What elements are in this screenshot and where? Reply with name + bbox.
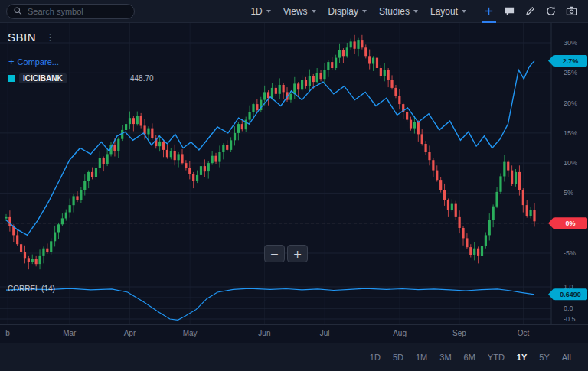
symbol-search[interactable]: [6, 4, 135, 19]
comparison-symbol-value: 448.70: [130, 74, 154, 83]
candlestick-series: [5, 35, 535, 269]
studies-menu-label: Studies: [379, 6, 410, 17]
comparison-legend[interactable]: ICICIBANK 448.70: [8, 72, 207, 84]
svg-text:2.7%: 2.7%: [563, 57, 579, 65]
chevron-down-icon: [413, 10, 418, 13]
comparison-symbol-name: ICICIBANK: [19, 73, 67, 83]
series-color-swatch: [8, 75, 15, 82]
search-icon: [13, 6, 23, 16]
layout-menu[interactable]: Layout: [424, 0, 472, 23]
views-menu-label: Views: [283, 6, 308, 17]
time-axis-label: May: [183, 329, 198, 337]
range-button-5D[interactable]: 5D: [387, 350, 410, 364]
time-axis-label: b: [5, 329, 10, 337]
indicator-panel[interactable]: 1.00.50.0-0.50.6490 CORREL (14): [0, 282, 588, 324]
svg-text:-0.5: -0.5: [564, 315, 576, 323]
display-menu-label: Display: [328, 6, 358, 17]
range-button-1M[interactable]: 1M: [410, 350, 433, 364]
studies-menu[interactable]: Studies: [373, 0, 424, 23]
symbol-title: SBIN: [8, 31, 36, 44]
top-toolbar: 1D Views Display Studies Layout: [0, 0, 588, 23]
comment-icon: [504, 5, 515, 17]
toolbar-tools: [479, 0, 582, 23]
range-selector: 1D5D1M3M6MYTD1Y5YAll: [364, 350, 577, 364]
snapshot-button[interactable]: [561, 0, 582, 23]
time-axis-label: Jul: [320, 329, 330, 337]
time-axis-label: Apr: [124, 329, 136, 337]
svg-text:0.0: 0.0: [564, 304, 573, 312]
chevron-down-icon: [266, 10, 271, 13]
range-button-All[interactable]: All: [556, 350, 577, 364]
interval-menu-label: 1D: [250, 6, 262, 17]
chevron-down-icon: [312, 10, 316, 13]
comment-button[interactable]: [499, 0, 520, 23]
pencil-icon: [524, 5, 536, 17]
bottom-toolbar: 1D5D1M3M6MYTD1Y5YAll: [0, 343, 588, 371]
add-chart-button[interactable]: [479, 0, 499, 23]
price-chart[interactable]: 30%25%20%15%10%5%0%-5%2.7%0%: [0, 23, 588, 282]
zoom-controls: − +: [264, 245, 308, 262]
refresh-icon: [545, 5, 557, 17]
indicator-chart[interactable]: 1.00.50.0-0.50.6490: [0, 282, 588, 325]
range-button-1D[interactable]: 1D: [364, 350, 387, 364]
chevron-down-icon: [362, 10, 367, 13]
range-button-YTD[interactable]: YTD: [482, 350, 511, 364]
interval-menu[interactable]: 1D: [244, 0, 276, 23]
views-menu[interactable]: Views: [277, 0, 322, 23]
time-axis-label: Mar: [63, 329, 76, 337]
compare-label: Compare...: [18, 57, 59, 67]
svg-text:-5%: -5%: [564, 249, 576, 257]
zoom-in-button[interactable]: +: [287, 245, 308, 262]
correl-line: [6, 288, 534, 320]
camera-icon: [566, 5, 577, 17]
indicator-label[interactable]: CORREL (14): [8, 285, 55, 293]
axis-price-label: 0.6490: [548, 288, 587, 300]
svg-text:10%: 10%: [564, 159, 577, 167]
display-menu[interactable]: Display: [322, 0, 373, 23]
chevron-down-icon: [462, 10, 466, 13]
symbol-header: SBIN ⋮: [8, 31, 55, 44]
time-axis-label: Oct: [518, 329, 530, 337]
axis-price-label: 0%: [548, 217, 587, 229]
time-axis-label: Sep: [452, 329, 466, 337]
toolbar-menus: 1D Views Display Studies Layout: [244, 0, 472, 23]
layout-menu-label: Layout: [430, 6, 458, 17]
symbol-menu-button[interactable]: ⋮: [45, 31, 55, 43]
zoom-out-button[interactable]: −: [264, 245, 285, 262]
range-button-3M[interactable]: 3M: [433, 350, 457, 364]
refresh-button[interactable]: [541, 0, 561, 23]
search-input[interactable]: [28, 7, 128, 16]
plus-icon: [483, 5, 495, 17]
svg-text:20%: 20%: [564, 99, 577, 107]
svg-text:30%: 30%: [564, 39, 577, 47]
main-chart-panel[interactable]: 30%25%20%15%10%5%0%-5%2.7%0% SBIN ⋮ + Co…: [0, 23, 588, 282]
compare-button[interactable]: + Compare...: [8, 57, 59, 67]
axis-price-label: 2.7%: [548, 55, 587, 67]
time-axis-label: Jun: [258, 329, 270, 337]
svg-text:0%: 0%: [565, 220, 575, 227]
plus-icon: +: [8, 57, 15, 67]
range-button-6M[interactable]: 6M: [458, 350, 482, 364]
svg-text:15%: 15%: [564, 129, 577, 137]
svg-text:25%: 25%: [564, 69, 577, 76]
time-axis-label: Aug: [393, 329, 407, 337]
svg-text:5%: 5%: [564, 189, 573, 197]
range-button-5Y[interactable]: 5Y: [533, 350, 555, 364]
svg-text:0.6490: 0.6490: [560, 291, 581, 298]
trading-chart-app: 1D Views Display Studies Layout: [0, 0, 588, 371]
draw-button[interactable]: [520, 0, 541, 23]
range-button-1Y[interactable]: 1Y: [511, 350, 533, 364]
time-axis[interactable]: bMarAprMayJunJulAugSepOct: [0, 324, 588, 343]
